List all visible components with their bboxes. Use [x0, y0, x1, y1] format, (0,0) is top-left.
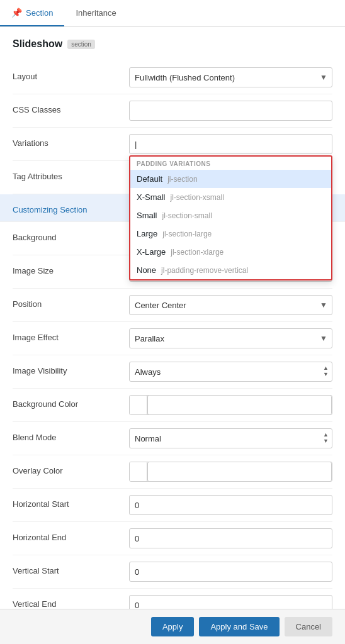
horizontal-start-label: Horizontal Start [13, 495, 129, 509]
css-classes-control [129, 101, 332, 121]
image-effect-select[interactable]: Parallax None Fixed Zoom [129, 328, 332, 348]
vertical-start-label: Vertical Start [13, 562, 129, 575]
position-control: Center Center Top Left Top Center Top Ri… [129, 295, 332, 315]
autocomplete-item-xsmall-code: jl-section-xsmall [171, 193, 224, 202]
autocomplete-item-default[interactable]: Default jl-section [130, 170, 331, 188]
overlay-color-text-input[interactable] [147, 462, 332, 482]
background-color-swatch[interactable] [130, 396, 147, 414]
position-select[interactable]: Center Center Top Left Top Center Top Ri… [129, 295, 332, 315]
image-effect-label: Image Effect [13, 328, 129, 342]
autocomplete-item-none-label: None [137, 265, 156, 275]
background-color-label: Background Color [13, 395, 129, 409]
variations-input-wrapper: PADDING VARIATIONS Default jl-section X-… [129, 134, 332, 154]
overlay-color-control [129, 462, 332, 482]
background-color-input-wrapper [129, 395, 332, 415]
position-row: Position Center Center Top Left Top Cent… [13, 289, 332, 322]
tab-section[interactable]: 📌 Section [0, 0, 64, 26]
autocomplete-item-xlarge-code: jl-section-xlarge [171, 248, 223, 257]
autocomplete-item-large-code: jl-section-large [162, 230, 212, 238]
layout-row: Layout Fullwidth (Flushed Content) Boxed… [13, 61, 332, 94]
variations-control: PADDING VARIATIONS Default jl-section X-… [129, 134, 332, 154]
image-visibility-select[interactable]: Always Desktop Only Mobile Only [129, 362, 332, 382]
tabs-container: 📌 Section Inheritance [0, 0, 345, 27]
variations-row: Variations PADDING VARIATIONS Default jl… [13, 128, 332, 161]
variations-label: Variations [13, 134, 129, 148]
horizontal-start-input[interactable] [129, 495, 332, 515]
image-visibility-select-wrapper: Always Desktop Only Mobile Only ▲ ▼ [129, 362, 332, 382]
layout-select[interactable]: Fullwidth (Flushed Content) Boxed Full S… [129, 67, 332, 87]
overlay-color-input-wrapper [129, 462, 332, 482]
layout-control: Fullwidth (Flushed Content) Boxed Full S… [129, 67, 332, 87]
autocomplete-item-default-code: jl-section [167, 175, 197, 184]
autocomplete-item-small-label: Small [137, 211, 157, 220]
background-color-row: Background Color [13, 389, 332, 422]
tag-attributes-label: Tag Attributes [13, 167, 129, 181]
image-visibility-label: Image Visibility [13, 362, 129, 375]
apply-save-button[interactable]: Apply and Save [199, 617, 279, 636]
autocomplete-header: PADDING VARIATIONS [130, 157, 331, 170]
autocomplete-item-xlarge-label: X-Large [137, 247, 166, 257]
autocomplete-item-large-label: Large [137, 229, 157, 238]
horizontal-end-control [129, 528, 332, 548]
css-classes-label: CSS Classes [13, 101, 129, 114]
position-label: Position [13, 295, 129, 309]
content-area: Slideshow section Layout Fullwidth (Flus… [0, 27, 345, 644]
overlay-color-swatch[interactable] [130, 462, 147, 481]
autocomplete-item-xsmall-label: X-Small [137, 192, 166, 202]
page-title-text: Slideshow [13, 38, 62, 50]
image-visibility-row: Image Visibility Always Desktop Only Mob… [13, 355, 332, 389]
cancel-button[interactable]: Cancel [285, 617, 332, 636]
autocomplete-item-none-code: jl-padding-remove-vertical [161, 266, 248, 275]
blend-mode-row: Blend Mode Normal Multiply Screen Overla… [13, 422, 332, 455]
horizontal-end-input[interactable] [129, 528, 332, 548]
blend-mode-label: Blend Mode [13, 428, 129, 442]
customizing-section-label: Customizing Section [13, 201, 129, 214]
background-color-text-input[interactable] [147, 395, 332, 415]
css-classes-row: CSS Classes [13, 94, 332, 128]
horizontal-start-control [129, 495, 332, 515]
image-effect-select-wrapper: Parallax None Fixed Zoom ▼ [129, 328, 332, 348]
autocomplete-item-small-code: jl-section-small [162, 211, 212, 220]
autocomplete-item-default-label: Default [137, 174, 162, 184]
page-title: Slideshow section [13, 38, 332, 50]
background-color-control [129, 395, 332, 415]
css-classes-input[interactable] [129, 101, 332, 121]
page-title-badge: section [67, 40, 95, 49]
image-effect-control: Parallax None Fixed Zoom ▼ [129, 328, 332, 348]
tab-inheritance[interactable]: Inheritance [64, 0, 127, 26]
image-effect-row: Image Effect Parallax None Fixed Zoom ▼ [13, 322, 332, 355]
overlay-color-label: Overlay Color [13, 462, 129, 475]
blend-mode-select-wrapper: Normal Multiply Screen Overlay Darken Li… [129, 428, 332, 448]
blend-mode-control: Normal Multiply Screen Overlay Darken Li… [129, 428, 332, 448]
horizontal-end-row: Horizontal End [13, 522, 332, 555]
vertical-start-control [129, 562, 332, 582]
apply-button[interactable]: Apply [151, 617, 195, 636]
autocomplete-dropdown: PADDING VARIATIONS Default jl-section X-… [129, 155, 332, 280]
layout-select-wrapper: Fullwidth (Flushed Content) Boxed Full S… [129, 67, 332, 87]
vertical-end-label: Vertical End [13, 595, 129, 609]
background-label: Background [13, 228, 129, 242]
overlay-color-row: Overlay Color [13, 455, 332, 489]
horizontal-start-row: Horizontal Start [13, 489, 332, 522]
tab-inheritance-label: Inheritance [76, 8, 116, 18]
vertical-start-row: Vertical Start [13, 555, 332, 589]
variations-input[interactable] [129, 134, 332, 154]
autocomplete-item-small[interactable]: Small jl-section-small [130, 206, 331, 225]
position-select-wrapper: Center Center Top Left Top Center Top Ri… [129, 295, 332, 315]
layout-label: Layout [13, 67, 129, 81]
autocomplete-item-xlarge[interactable]: X-Large jl-section-xlarge [130, 243, 331, 261]
image-size-label: Image Size [13, 262, 129, 275]
section-icon: 📌 [11, 8, 22, 18]
autocomplete-item-xsmall[interactable]: X-Small jl-section-xsmall [130, 188, 331, 206]
autocomplete-item-none[interactable]: None jl-padding-remove-vertical [130, 261, 331, 279]
autocomplete-item-large[interactable]: Large jl-section-large [130, 225, 331, 243]
blend-mode-select[interactable]: Normal Multiply Screen Overlay Darken Li… [129, 428, 332, 448]
bottom-bar: Apply Apply and Save Cancel [0, 609, 345, 644]
vertical-start-input[interactable] [129, 562, 332, 582]
horizontal-end-label: Horizontal End [13, 528, 129, 542]
image-visibility-control: Always Desktop Only Mobile Only ▲ ▼ [129, 362, 332, 382]
tab-section-label: Section [26, 8, 53, 18]
